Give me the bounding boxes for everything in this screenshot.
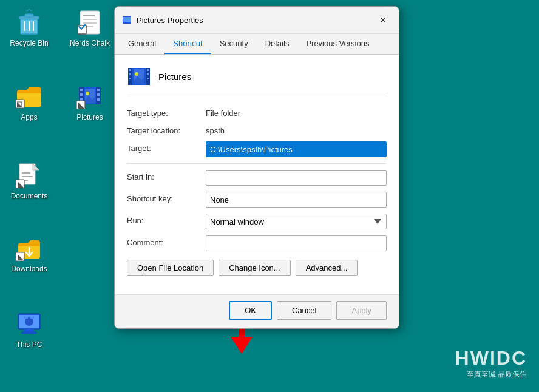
title-bar: Pictures Properties ✕ bbox=[115, 7, 399, 34]
svg-rect-48 bbox=[147, 69, 149, 71]
start-in-row: Start in: bbox=[127, 170, 387, 186]
apps-folder-icon bbox=[15, 81, 44, 110]
tab-details[interactable]: Details bbox=[257, 34, 298, 54]
tab-security[interactable]: Security bbox=[211, 34, 257, 54]
nerds-chalk-label: Nerds Chalk bbox=[70, 39, 110, 47]
run-label: Run: bbox=[127, 214, 206, 225]
run-row: Run: Normal window Minimized Maximized bbox=[127, 214, 387, 229]
recycle-bin-label: Recycle Bin bbox=[10, 39, 48, 47]
advanced-button[interactable]: Advanced... bbox=[296, 260, 358, 276]
svg-rect-17 bbox=[80, 93, 83, 96]
desktop-icon-nerds-chalk[interactable]: Nerds Chalk bbox=[66, 5, 114, 50]
dialog-footer: OK Cancel Apply bbox=[115, 294, 399, 328]
start-in-label: Start in: bbox=[127, 170, 206, 181]
desktop-icon-this-pc[interactable]: This PC bbox=[5, 306, 53, 351]
desktop-icon-recycle-bin[interactable]: Recycle Bin bbox=[5, 5, 53, 50]
svg-rect-19 bbox=[97, 89, 100, 91]
svg-rect-18 bbox=[80, 98, 83, 101]
desktop-icon-apps[interactable]: Apps bbox=[5, 79, 53, 124]
recycle-bin-icon bbox=[15, 7, 44, 36]
svg-rect-49 bbox=[147, 73, 149, 75]
start-in-input[interactable] bbox=[206, 170, 387, 186]
this-pc-label: This PC bbox=[16, 340, 42, 349]
tabs-bar: General Shortcut Security Details Previo… bbox=[115, 34, 399, 55]
this-pc-icon bbox=[15, 309, 44, 338]
tab-previous-versions[interactable]: Previous Versions bbox=[297, 34, 378, 54]
svg-rect-16 bbox=[80, 89, 83, 91]
desktop-icon-documents[interactable]: Documents bbox=[5, 158, 53, 203]
svg-rect-50 bbox=[147, 78, 149, 79]
desktop-icon-downloads[interactable]: Downloads bbox=[5, 231, 53, 275]
svg-rect-27 bbox=[22, 176, 33, 177]
pictures-properties-dialog: Pictures Properties ✕ General Shortcut S… bbox=[114, 6, 399, 329]
target-location-label: Target location: bbox=[127, 124, 206, 135]
watermark-title: HWIDC bbox=[455, 347, 527, 370]
target-type-value: File folder bbox=[206, 106, 240, 118]
close-button[interactable]: ✕ bbox=[375, 12, 392, 29]
svg-rect-21 bbox=[97, 98, 100, 101]
apps-label: Apps bbox=[21, 113, 37, 121]
tab-general[interactable]: General bbox=[120, 34, 164, 54]
watermark-subtitle: 至真至诚 品质保住 bbox=[455, 370, 527, 380]
dialog-content: Pictures Target type: File folder Target… bbox=[115, 55, 399, 294]
shortcut-key-input[interactable] bbox=[206, 192, 387, 208]
target-type-label: Target type: bbox=[127, 106, 206, 118]
documents-label: Documents bbox=[11, 192, 48, 200]
target-label: Target: bbox=[127, 141, 206, 153]
nerds-chalk-icon bbox=[75, 7, 104, 36]
target-type-row: Target type: File folder bbox=[127, 106, 387, 118]
documents-icon bbox=[15, 160, 44, 189]
svg-rect-45 bbox=[129, 69, 131, 71]
app-header: Pictures bbox=[127, 64, 387, 96]
svg-rect-2 bbox=[25, 14, 33, 17]
change-icon-button[interactable]: Change Icon... bbox=[219, 260, 291, 276]
svg-rect-9 bbox=[83, 22, 97, 24]
svg-rect-37 bbox=[24, 317, 28, 319]
svg-rect-8 bbox=[83, 19, 97, 20]
svg-rect-38 bbox=[30, 317, 34, 319]
desktop-icon-pictures[interactable]: Pictures bbox=[66, 79, 114, 124]
svg-rect-40 bbox=[123, 17, 131, 22]
action-buttons: Open File Location Change Icon... Advanc… bbox=[127, 260, 387, 276]
target-input[interactable] bbox=[206, 141, 387, 157]
svg-rect-34 bbox=[24, 329, 34, 332]
svg-rect-47 bbox=[129, 78, 131, 79]
svg-rect-7 bbox=[83, 15, 95, 16]
tab-shortcut[interactable]: Shortcut bbox=[164, 34, 211, 54]
dialog-title: Pictures Properties bbox=[137, 16, 375, 25]
pictures-label: Pictures bbox=[76, 113, 103, 121]
target-location-row: Target location: spsth bbox=[127, 124, 387, 135]
target-row: Target: bbox=[127, 141, 387, 157]
svg-point-23 bbox=[86, 92, 89, 95]
app-name: Pictures bbox=[158, 72, 191, 82]
open-file-location-button[interactable]: Open File Location bbox=[127, 260, 214, 276]
run-select[interactable]: Normal window Minimized Maximized bbox=[206, 214, 387, 229]
shortcut-key-label: Shortcut key: bbox=[127, 192, 206, 203]
svg-rect-26 bbox=[22, 172, 30, 174]
separator-1 bbox=[127, 163, 387, 164]
shortcut-key-row: Shortcut key: bbox=[127, 192, 387, 208]
svg-rect-46 bbox=[129, 73, 131, 75]
comment-row: Comment: bbox=[127, 235, 387, 251]
arrow-head bbox=[231, 337, 253, 354]
comment-input[interactable] bbox=[206, 235, 387, 251]
downloads-label: Downloads bbox=[11, 265, 47, 273]
svg-rect-20 bbox=[97, 93, 100, 96]
svg-rect-41 bbox=[125, 22, 129, 23]
app-header-icon bbox=[127, 64, 151, 89]
target-location-value: spsth bbox=[206, 124, 225, 135]
apply-button[interactable]: Apply bbox=[336, 301, 387, 320]
comment-label: Comment: bbox=[127, 235, 206, 247]
cancel-button[interactable]: Cancel bbox=[277, 301, 331, 320]
downloads-icon bbox=[15, 233, 44, 262]
svg-rect-35 bbox=[22, 332, 36, 334]
dialog-icon bbox=[122, 15, 132, 25]
ok-button[interactable]: OK bbox=[229, 301, 272, 320]
svg-point-52 bbox=[135, 72, 138, 76]
watermark: HWIDC 至真至诚 品质保住 bbox=[455, 347, 527, 380]
pictures-icon bbox=[75, 81, 104, 110]
